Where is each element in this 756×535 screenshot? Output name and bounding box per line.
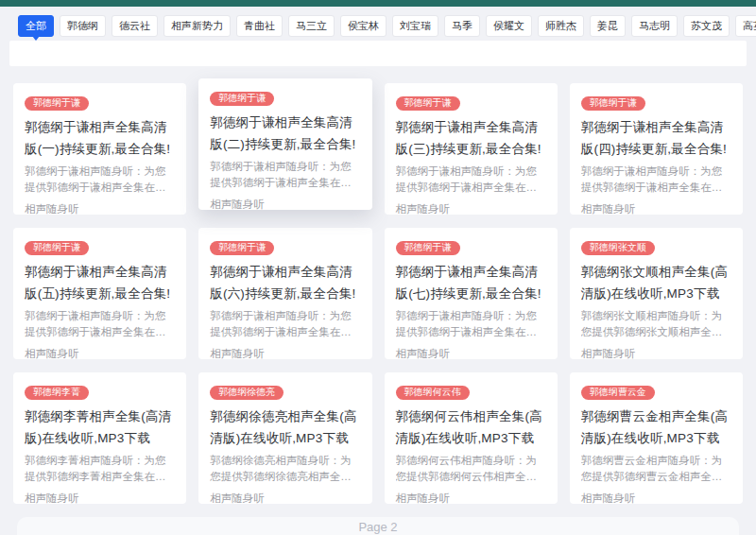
card-title[interactable]: 郭德纲于谦相声全集高清版(四)持续更新,最全合集!: [581, 116, 731, 160]
result-card[interactable]: 郭德纲张文顺 郭德纲张文顺相声全集(高清版)在线收听,MP3下载 郭德纲张文顺相…: [570, 228, 743, 359]
result-card[interactable]: 郭德纲曹云金 郭德纲曹云金相声全集(高清版)在线收听,MP3下载 郭德纲曹云金相…: [570, 372, 743, 504]
card-description: 郭德纲于谦相声随身听：为您提供郭德纲于谦相声全集在线收听，郭德纲...: [25, 308, 175, 340]
source-tag: 相声随身听: [396, 202, 546, 215]
card-description: 郭德纲于谦相声随身听：为您提供郭德纲于谦相声全集在线收听，郭德纲...: [210, 308, 360, 340]
category-tab-3[interactable]: 德云社: [112, 15, 158, 37]
performer-badge: 郭德纲于谦: [210, 92, 274, 106]
card-title[interactable]: 郭德纲何云伟相声全集(高清版)在线收听,MP3下载: [396, 406, 546, 449]
performer-badge: 郭德纲何云伟: [396, 386, 470, 400]
card-grid: 郭德纲于谦 郭德纲于谦相声全集高清版(一)持续更新,最全合集! 郭德纲于谦相声随…: [13, 83, 743, 504]
result-card[interactable]: 郭德纲李菁 郭德纲李菁相声全集(高清版)在线收听,MP3下载 郭德纲李菁相声随身…: [13, 372, 186, 504]
card-description: 郭德纲于谦相声随身听：为您提供郭德纲于谦相声全集在线收听，郭德纲...: [581, 164, 731, 196]
card-description: 郭德纲李菁相声随身听：为您提供郭德纲李菁相声全集在线收听，郭德纲...: [25, 453, 175, 485]
card-description: 郭德纲于谦相声随身听：为您提供郭德纲于谦相声全集在线收听，郭德纲...: [396, 164, 546, 196]
category-tab-6[interactable]: 马三立: [288, 15, 335, 37]
source-tag: 相声随身听: [25, 202, 175, 215]
category-tab-5[interactable]: 青曲社: [236, 15, 283, 37]
card-title[interactable]: 郭德纲于谦相声全集高清版(七)持续更新,最全合集!: [396, 261, 546, 304]
category-tab-15[interactable]: 高英培: [735, 15, 756, 37]
empty-banner: [9, 41, 747, 66]
pagination-footer: Page 2: [17, 517, 739, 535]
performer-badge: 郭德纲于谦: [581, 96, 645, 111]
category-tab-13[interactable]: 马志明: [631, 15, 678, 37]
source-tag: 相声随身听: [581, 347, 731, 359]
result-card[interactable]: 郭德纲于谦 郭德纲于谦相声全集高清版(三)持续更新,最全合集! 郭德纲于谦相声随…: [385, 83, 558, 215]
performer-badge: 郭德纲于谦: [396, 241, 460, 255]
result-card[interactable]: 郭德纲于谦 郭德纲于谦相声全集高清版(二)持续更新,最全合集! 郭德纲于谦相声随…: [198, 78, 371, 210]
card-title[interactable]: 郭德纲徐德亮相声全集(高清版)在线收听,MP3下载: [210, 406, 360, 449]
category-tab-11[interactable]: 师胜杰: [538, 15, 584, 37]
category-tab-7[interactable]: 侯宝林: [340, 15, 387, 37]
card-description: 郭德纲张文顺相声随身听：为您提供郭德纲张文顺相声全集在线收听，郭...: [581, 308, 731, 340]
card-title[interactable]: 郭德纲于谦相声全集高清版(六)持续更新,最全合集!: [210, 261, 360, 304]
top-accent-bar: [0, 0, 756, 7]
category-tab-9[interactable]: 马季: [444, 15, 480, 37]
result-card[interactable]: 郭德纲于谦 郭德纲于谦相声全集高清版(六)持续更新,最全合集! 郭德纲于谦相声随…: [198, 228, 371, 359]
source-tag: 相声随身听: [581, 202, 731, 215]
card-title[interactable]: 郭德纲于谦相声全集高清版(二)持续更新,最全合集!: [210, 112, 360, 155]
card-description: 郭德纲于谦相声随身听：为您提供郭德纲于谦相声全集在线收听，郭德纲...: [25, 164, 175, 196]
card-title[interactable]: 郭德纲于谦相声全集高清版(一)持续更新,最全合集!: [25, 116, 175, 160]
source-tag: 相声随身听: [210, 347, 360, 359]
result-card[interactable]: 郭德纲于谦 郭德纲于谦相声全集高清版(四)持续更新,最全合集! 郭德纲于谦相声随…: [570, 83, 743, 215]
source-tag: 相声随身听: [25, 492, 175, 504]
performer-badge: 郭德纲于谦: [25, 96, 89, 111]
category-tab-bar: 全部郭德纲德云社相声新势力青曲社马三立侯宝林刘宝瑞马季侯耀文师胜杰姜昆马志明苏文…: [0, 7, 756, 41]
performer-badge: 郭德纲于谦: [210, 241, 274, 255]
performer-badge: 郭德纲于谦: [396, 96, 460, 111]
category-tab-14[interactable]: 苏文茂: [683, 15, 730, 37]
card-title[interactable]: 郭德纲于谦相声全集高清版(三)持续更新,最全合集!: [396, 116, 546, 160]
result-card[interactable]: 郭德纲于谦 郭德纲于谦相声全集高清版(七)持续更新,最全合集! 郭德纲于谦相声随…: [385, 228, 558, 359]
source-tag: 相声随身听: [210, 198, 360, 210]
category-tab-4[interactable]: 相声新势力: [163, 15, 231, 37]
source-tag: 相声随身听: [396, 347, 546, 359]
result-card[interactable]: 郭德纲于谦 郭德纲于谦相声全集高清版(一)持续更新,最全合集! 郭德纲于谦相声随…: [13, 83, 186, 215]
result-card[interactable]: 郭德纲徐德亮 郭德纲徐德亮相声全集(高清版)在线收听,MP3下载 郭德纲徐德亮相…: [198, 372, 371, 504]
card-description: 郭德纲曹云金相声随身听：为您提供郭德纲曹云金相声全集在线收听，郭...: [581, 453, 731, 485]
source-tag: 相声随身听: [25, 347, 175, 359]
performer-badge: 郭德纲张文顺: [581, 241, 655, 255]
source-tag: 相声随身听: [581, 492, 731, 504]
card-description: 郭德纲于谦相声随身听：为您提供郭德纲于谦相声全集在线收听，郭德纲...: [210, 159, 360, 191]
card-description: 郭德纲何云伟相声随身听：为您提供郭德纲何云伟相声全集在线收听，郭...: [396, 453, 546, 485]
card-title[interactable]: 郭德纲曹云金相声全集(高清版)在线收听,MP3下载: [581, 406, 731, 449]
performer-badge: 郭德纲徐德亮: [210, 386, 284, 400]
category-tab-8[interactable]: 刘宝瑞: [392, 15, 438, 37]
page-indicator: Page 2: [358, 520, 397, 534]
source-tag: 相声随身听: [210, 492, 360, 504]
source-tag: 相声随身听: [396, 492, 546, 504]
card-title[interactable]: 郭德纲于谦相声全集高清版(五)持续更新,最全合集!: [25, 261, 175, 304]
card-title[interactable]: 郭德纲张文顺相声全集(高清版)在线收听,MP3下载: [581, 261, 731, 304]
category-tab-10[interactable]: 侯耀文: [486, 15, 532, 37]
result-card[interactable]: 郭德纲何云伟 郭德纲何云伟相声全集(高清版)在线收听,MP3下载 郭德纲何云伟相…: [385, 372, 558, 504]
category-tab-1[interactable]: 全部: [18, 15, 54, 37]
category-tab-12[interactable]: 姜昆: [590, 15, 626, 37]
card-title[interactable]: 郭德纲李菁相声全集(高清版)在线收听,MP3下载: [25, 406, 175, 449]
result-card[interactable]: 郭德纲于谦 郭德纲于谦相声全集高清版(五)持续更新,最全合集! 郭德纲于谦相声随…: [13, 228, 186, 359]
card-description: 郭德纲于谦相声随身听：为您提供郭德纲于谦相声全集在线收听，郭德纲...: [396, 308, 546, 340]
card-description: 郭德纲徐德亮相声随身听：为您提供郭德纲徐德亮相声全集在线收听，郭...: [210, 453, 360, 485]
performer-badge: 郭德纲曹云金: [581, 386, 655, 400]
category-tab-2[interactable]: 郭德纲: [60, 15, 106, 37]
performer-badge: 郭德纲李菁: [25, 386, 89, 400]
performer-badge: 郭德纲于谦: [25, 241, 89, 255]
